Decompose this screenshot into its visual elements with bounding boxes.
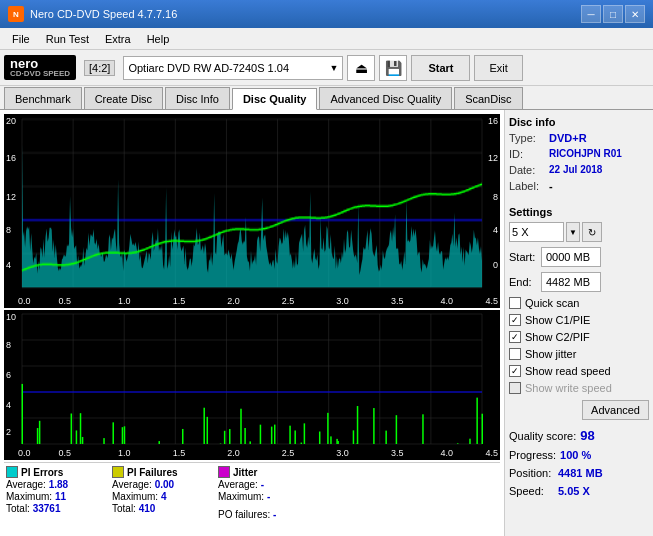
- quality-score-value: 98: [580, 428, 594, 443]
- jitter-label: Jitter: [233, 467, 257, 478]
- menu-bar: File Run Test Extra Help: [0, 28, 653, 50]
- bottom-chart: 10 8 6 4 2 0.0 0.5 1.0 1.5 2.0 2.5 3.0 3…: [4, 310, 500, 460]
- show-jitter-row[interactable]: Show jitter: [509, 348, 649, 360]
- title-bar: N Nero CD-DVD Speed 4.7.7.16 ─ □ ✕: [0, 0, 653, 28]
- toolbar: nero CD·DVD SPEED [4:2] Optiarc DVD RW A…: [0, 50, 653, 86]
- tab-advanced-disc-quality[interactable]: Advanced Disc Quality: [319, 87, 452, 109]
- disc-info-title: Disc info: [509, 116, 649, 128]
- show-c2-pif-row[interactable]: Show C2/PIF: [509, 331, 649, 343]
- pi-failures-stats: PI Failures Average: 0.00 Maximum: 4 Tot…: [112, 466, 212, 514]
- show-c2-pif-label: Show C2/PIF: [525, 331, 590, 343]
- tab-create-disc[interactable]: Create Disc: [84, 87, 163, 109]
- show-write-speed-checkbox: [509, 382, 521, 394]
- exit-button[interactable]: Exit: [474, 55, 522, 81]
- quick-scan-row[interactable]: Quick scan: [509, 297, 649, 309]
- show-c1-pie-checkbox[interactable]: [509, 314, 521, 326]
- nero-logo: nero CD·DVD SPEED: [4, 55, 76, 80]
- progress-label: Progress:: [509, 449, 556, 461]
- progress-value: 100 %: [560, 449, 591, 461]
- pi-failures-total-val: 410: [139, 503, 156, 514]
- speed-value: 5.05 X: [558, 485, 590, 497]
- right-panel: Disc info Type: DVD+R ID: RICOHJPN R01 D…: [505, 110, 653, 536]
- jitter-color: [218, 466, 230, 478]
- disc-id-row: ID: RICOHJPN R01: [509, 148, 649, 160]
- pi-errors-total-val: 33761: [33, 503, 61, 514]
- tab-benchmark[interactable]: Benchmark: [4, 87, 82, 109]
- start-row: Start: 0000 MB: [509, 247, 649, 267]
- pi-errors-color: [6, 466, 18, 478]
- pi-failures-label: PI Failures: [127, 467, 178, 478]
- pi-failures-color: [112, 466, 124, 478]
- drive-label: [4:2]: [84, 60, 115, 76]
- refresh-button[interactable]: ↻: [582, 222, 602, 242]
- pi-errors-avg-row: Average: 1.88: [6, 479, 106, 490]
- show-c1-pie-label: Show C1/PIE: [525, 314, 590, 326]
- end-row: End: 4482 MB: [509, 272, 649, 292]
- menu-help[interactable]: Help: [139, 31, 178, 47]
- progress-row: Progress: 100 %: [509, 449, 649, 461]
- show-read-speed-checkbox[interactable]: [509, 365, 521, 377]
- po-failures-row: PO failures: -: [218, 509, 298, 520]
- pi-errors-stats: PI Errors Average: 1.88 Maximum: 11 Tota…: [6, 466, 106, 514]
- start-button[interactable]: Start: [411, 55, 470, 81]
- speed-combo-arrow[interactable]: ▼: [566, 222, 580, 242]
- po-failures-val: -: [273, 509, 276, 520]
- menu-extra[interactable]: Extra: [97, 31, 139, 47]
- charts-area: 20 16 12 8 4 16 12 8 4 0 0.0 0.5 1.0 1.5…: [0, 110, 505, 536]
- disc-label-row: Label: -: [509, 180, 649, 192]
- show-c2-pif-checkbox[interactable]: [509, 331, 521, 343]
- pi-errors-max-val: 11: [55, 491, 66, 502]
- main-content: 20 16 12 8 4 16 12 8 4 0 0.0 0.5 1.0 1.5…: [0, 110, 653, 536]
- menu-run-test[interactable]: Run Test: [38, 31, 97, 47]
- show-c1-pie-row[interactable]: Show C1/PIE: [509, 314, 649, 326]
- eject-button[interactable]: ⏏: [347, 55, 375, 81]
- quality-score-row: Quality score: 98: [509, 428, 649, 443]
- jitter-stats: Jitter Average: - Maximum: - PO failures…: [218, 466, 298, 520]
- minimize-button[interactable]: ─: [581, 5, 601, 23]
- show-read-speed-row[interactable]: Show read speed: [509, 365, 649, 377]
- position-label: Position:: [509, 467, 554, 479]
- tab-scan-disc[interactable]: ScanDisc: [454, 87, 522, 109]
- pi-errors-label: PI Errors: [21, 467, 63, 478]
- start-input[interactable]: 0000 MB: [541, 247, 601, 267]
- maximize-button[interactable]: □: [603, 5, 623, 23]
- show-read-speed-label: Show read speed: [525, 365, 611, 377]
- speed-selector: 5 X ▼ ↻: [509, 222, 649, 242]
- pi-errors-max-row: Maximum: 11: [6, 491, 106, 502]
- speed-label: Speed:: [509, 485, 554, 497]
- speed-row: Speed: 5.05 X: [509, 485, 649, 497]
- pi-errors-avg-val: 1.88: [49, 479, 68, 490]
- menu-file[interactable]: File: [4, 31, 38, 47]
- show-write-speed-row: Show write speed: [509, 382, 649, 394]
- show-jitter-label: Show jitter: [525, 348, 576, 360]
- quality-score-label: Quality score:: [509, 430, 576, 442]
- window-title: Nero CD-DVD Speed 4.7.7.16: [30, 8, 177, 20]
- disc-type-row: Type: DVD+R: [509, 132, 649, 144]
- disc-date-row: Date: 22 Jul 2018: [509, 164, 649, 176]
- jitter-max-val: -: [267, 491, 270, 502]
- show-write-speed-label: Show write speed: [525, 382, 612, 394]
- tab-disc-quality[interactable]: Disc Quality: [232, 88, 318, 110]
- show-jitter-checkbox[interactable]: [509, 348, 521, 360]
- top-chart: 20 16 12 8 4 16 12 8 4 0 0.0 0.5 1.0 1.5…: [4, 114, 500, 308]
- save-button[interactable]: 💾: [379, 55, 407, 81]
- pi-failures-avg-val: 0.00: [155, 479, 174, 490]
- position-row: Position: 4481 MB: [509, 467, 649, 479]
- stats-bar: PI Errors Average: 1.88 Maximum: 11 Tota…: [4, 462, 500, 532]
- advanced-button[interactable]: Advanced: [582, 400, 649, 420]
- close-button[interactable]: ✕: [625, 5, 645, 23]
- pi-errors-total-row: Total: 33761: [6, 503, 106, 514]
- tab-bar: Benchmark Create Disc Disc Info Disc Qua…: [0, 86, 653, 110]
- drive-selector[interactable]: Optiarc DVD RW AD-7240S 1.04 ▼: [123, 56, 343, 80]
- speed-combo[interactable]: 5 X: [509, 222, 564, 242]
- pi-failures-max-val: 4: [161, 491, 167, 502]
- jitter-avg-val: -: [261, 479, 264, 490]
- quick-scan-checkbox[interactable]: [509, 297, 521, 309]
- end-input[interactable]: 4482 MB: [541, 272, 601, 292]
- app-icon: N: [8, 6, 24, 22]
- position-value: 4481 MB: [558, 467, 603, 479]
- tab-disc-info[interactable]: Disc Info: [165, 87, 230, 109]
- quick-scan-label: Quick scan: [525, 297, 579, 309]
- settings-title: Settings: [509, 206, 649, 218]
